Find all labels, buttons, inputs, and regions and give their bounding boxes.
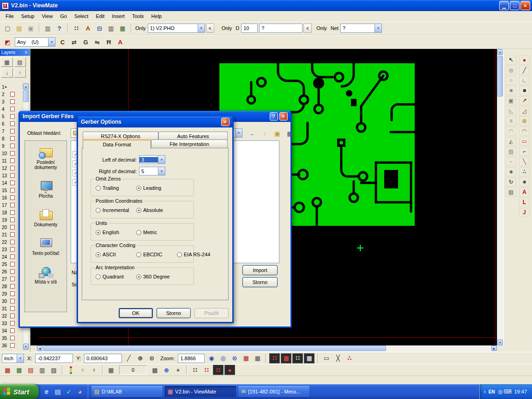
draw-dots-icon[interactable]: ∴ — [519, 167, 530, 176]
language-indicator[interactable]: EN — [489, 389, 495, 394]
context-help-icon[interactable]: ? — [54, 23, 65, 33]
radio-metric[interactable]: Metric — [136, 230, 177, 235]
pattern-mixed-grid-icon[interactable]: ▤ — [25, 365, 36, 375]
taskbar-task-191-482-091-mess[interactable]: ✉[191-482-091] - Mess... — [238, 386, 309, 397]
draw-circle-pad-icon[interactable]: ⊙ — [519, 116, 530, 126]
draw-corner-icon[interactable]: ⌐ — [519, 147, 530, 156]
layer-color-swatch[interactable] — [10, 284, 15, 289]
draw-ellipse-icon[interactable]: ◠ — [519, 127, 530, 136]
layer-color-swatch[interactable] — [10, 291, 15, 296]
net-select[interactable]: ? — [340, 24, 382, 33]
draw-filled-rect-icon[interactable]: ■ — [519, 86, 530, 95]
cancel-button[interactable]: Storno — [242, 277, 278, 287]
dot-grid-dark-icon-2[interactable]: ● — [224, 365, 235, 375]
layer-color-swatch[interactable] — [10, 269, 15, 274]
pad-view-icon-2[interactable]: ▦ — [281, 353, 291, 363]
close-icon[interactable]: × — [279, 112, 288, 121]
shape-mirror-icon[interactable]: ◭ — [506, 137, 516, 146]
layer-table-icon[interactable]: ▦ — [1, 57, 13, 67]
dot-grid-icon-2[interactable]: ∷ — [201, 365, 212, 375]
scroll-thumb[interactable] — [23, 90, 29, 102]
layer-color-swatch[interactable] — [10, 321, 15, 326]
gerber-options-titlebar[interactable]: Gerber Options × — [78, 116, 232, 127]
print-icon[interactable]: ▥ — [42, 23, 53, 33]
fine-grid-icon[interactable]: ▩ — [150, 365, 160, 375]
taskbar-task-d-mlab[interactable]: ▤D:\MLAB — [91, 386, 163, 397]
only-dcode-label[interactable]: Only — [222, 25, 232, 31]
canvas-vertical-scrollbar[interactable] — [497, 49, 503, 345]
dcode-input[interactable]: 10 — [241, 24, 258, 33]
views-icon[interactable]: ▦ — [284, 128, 295, 139]
layer-color-swatch[interactable] — [10, 277, 15, 281]
grid-snap-icon[interactable]: ▦ — [106, 365, 116, 375]
new-folder-icon[interactable]: ▣ — [272, 128, 283, 139]
layer-color-swatch[interactable] — [10, 173, 15, 178]
tab-auto-features[interactable]: Auto Features — [158, 132, 228, 140]
layer-color-swatch[interactable] — [10, 247, 15, 252]
dotted-square-icon[interactable]: ▫ — [506, 157, 516, 166]
highlight-c-button[interactable]: C — [57, 37, 68, 47]
internet-explorer-icon[interactable]: e — [42, 387, 51, 396]
scroll-right-icon[interactable] — [491, 345, 497, 351]
layer-color-swatch[interactable] — [10, 92, 15, 97]
left-of-decimal-select[interactable]: 3 — [139, 155, 165, 164]
pad-view-icon-1[interactable]: ∷ — [269, 353, 280, 363]
layer-row-2[interactable]: 2 — [1, 91, 22, 98]
measure-lines-icon[interactable]: ≡ — [506, 116, 516, 126]
group-g-button[interactable]: G — [80, 37, 91, 47]
ok-button[interactable]: OK — [119, 308, 153, 318]
snap-anchor-icon[interactable]: ⊙ — [146, 353, 157, 363]
exchange-dcodes-icon[interactable]: ⇄ — [69, 37, 79, 47]
layer-color-swatch[interactable] — [10, 336, 15, 340]
show-desktop-icon[interactable]: ▤ — [53, 387, 62, 396]
scroll-thumb[interactable] — [497, 56, 503, 97]
grid-dots-icon[interactable]: ▦ — [241, 353, 251, 363]
layer-color-swatch[interactable] — [10, 218, 15, 222]
layer-color-swatch[interactable] — [10, 299, 15, 303]
taskbar-task-v2-bin-viewmate[interactable]: ▦V2.bin - ViewMate — [165, 386, 236, 397]
menu-select[interactable]: Select — [71, 12, 92, 20]
y-coordinate-field[interactable]: 0.690643 — [84, 354, 122, 363]
layer-color-swatch[interactable] — [10, 136, 15, 141]
ramp-icon[interactable]: ◺ — [506, 106, 516, 115]
previous-layer-button[interactable]: < — [206, 24, 214, 33]
antivirus-shield-icon[interactable]: ✓ — [64, 387, 73, 396]
layer-color-swatch[interactable] — [10, 225, 15, 230]
layer-color-swatch[interactable] — [10, 328, 15, 333]
pattern-dark-grid-icon[interactable]: ▥ — [37, 365, 48, 375]
settings-gear-icon[interactable]: ∗ — [506, 167, 516, 176]
insert-j-icon[interactable]: J — [519, 208, 530, 217]
radio-ebcdic[interactable]: EBCDIC — [136, 252, 177, 257]
place-tento-počítač[interactable]: Tento počítač — [26, 237, 66, 256]
apply-button[interactable]: Použít — [194, 308, 229, 318]
only-net-label[interactable]: Only — [316, 25, 327, 31]
layer-color-swatch[interactable] — [10, 188, 15, 193]
layers-panel-titlebar[interactable]: Layers × — [0, 49, 30, 56]
layer-color-swatch[interactable] — [10, 158, 15, 163]
place-místa-v-síti[interactable]: Místa v síti — [26, 266, 66, 284]
menu-tools[interactable]: Tools — [128, 12, 148, 20]
window-titlebar[interactable]: V2.bin - ViewMate ▁ □ × — [0, 0, 532, 11]
layer-color-swatch[interactable] — [10, 121, 15, 126]
zoom-field[interactable]: 1.8866 — [178, 354, 205, 363]
film-box-icon[interactable]: ▭ — [321, 353, 332, 363]
hatch-square-icon[interactable]: ▨ — [506, 147, 516, 156]
insert-text-icon[interactable]: A — [519, 187, 530, 197]
move-layer-up-icon[interactable]: ↑ — [14, 68, 26, 78]
units-select[interactable]: inch — [2, 354, 24, 363]
layer-color-swatch[interactable] — [10, 195, 15, 200]
probe-outline-icon[interactable]: ♀ — [77, 365, 88, 375]
anchor-icon[interactable]: ⊕ — [161, 365, 172, 375]
report-chart-icon[interactable]: ▦ — [117, 23, 128, 33]
x-coordinate-field[interactable]: -0.942237 — [35, 354, 73, 363]
layer-row-34[interactable]: 34 — [1, 327, 22, 334]
scroll-thumb[interactable] — [43, 345, 386, 351]
layer-stack-icon[interactable]: ▤ — [14, 57, 26, 67]
layer-color-swatch[interactable] — [10, 314, 15, 318]
maximize-button[interactable]: □ — [510, 1, 520, 10]
place-plocha[interactable]: Plocha — [26, 180, 66, 199]
draw-arrow-icon[interactable]: ↗ — [519, 96, 530, 105]
dcode-grid-icon[interactable]: ∷ — [71, 23, 82, 33]
transform-icon[interactable]: ⇋ — [92, 37, 103, 47]
insert-l-icon[interactable]: L — [519, 198, 530, 207]
